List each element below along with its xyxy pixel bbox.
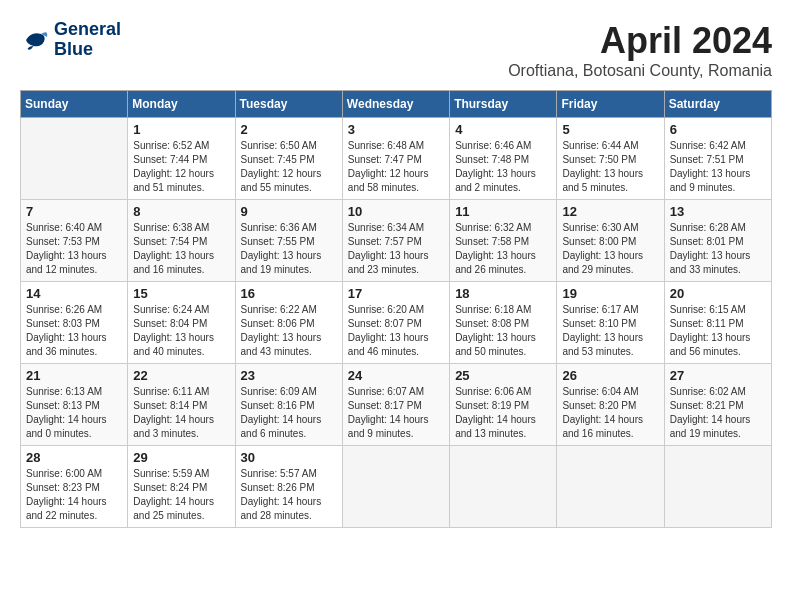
- calendar-cell: 21Sunrise: 6:13 AM Sunset: 8:13 PM Dayli…: [21, 364, 128, 446]
- day-number: 26: [562, 368, 658, 383]
- calendar-cell: 22Sunrise: 6:11 AM Sunset: 8:14 PM Dayli…: [128, 364, 235, 446]
- day-number: 5: [562, 122, 658, 137]
- day-number: 13: [670, 204, 766, 219]
- calendar-table: SundayMondayTuesdayWednesdayThursdayFrid…: [20, 90, 772, 528]
- calendar-cell: [664, 446, 771, 528]
- calendar-cell: [557, 446, 664, 528]
- title-block: April 2024 Oroftiana, Botosani County, R…: [508, 20, 772, 80]
- day-detail: Sunrise: 6:15 AM Sunset: 8:11 PM Dayligh…: [670, 303, 766, 359]
- weekday-header-row: SundayMondayTuesdayWednesdayThursdayFrid…: [21, 91, 772, 118]
- calendar-cell: 10Sunrise: 6:34 AM Sunset: 7:57 PM Dayli…: [342, 200, 449, 282]
- day-number: 2: [241, 122, 337, 137]
- day-number: 22: [133, 368, 229, 383]
- weekday-header-sunday: Sunday: [21, 91, 128, 118]
- day-detail: Sunrise: 6:46 AM Sunset: 7:48 PM Dayligh…: [455, 139, 551, 195]
- day-number: 1: [133, 122, 229, 137]
- day-number: 29: [133, 450, 229, 465]
- weekday-header-monday: Monday: [128, 91, 235, 118]
- day-number: 14: [26, 286, 122, 301]
- day-detail: Sunrise: 6:48 AM Sunset: 7:47 PM Dayligh…: [348, 139, 444, 195]
- calendar-cell: 28Sunrise: 6:00 AM Sunset: 8:23 PM Dayli…: [21, 446, 128, 528]
- logo-text-general: General: [54, 20, 121, 40]
- day-detail: Sunrise: 6:52 AM Sunset: 7:44 PM Dayligh…: [133, 139, 229, 195]
- calendar-cell: 27Sunrise: 6:02 AM Sunset: 8:21 PM Dayli…: [664, 364, 771, 446]
- day-detail: Sunrise: 6:06 AM Sunset: 8:19 PM Dayligh…: [455, 385, 551, 441]
- weekday-header-wednesday: Wednesday: [342, 91, 449, 118]
- calendar-cell: 15Sunrise: 6:24 AM Sunset: 8:04 PM Dayli…: [128, 282, 235, 364]
- calendar-week-row: 14Sunrise: 6:26 AM Sunset: 8:03 PM Dayli…: [21, 282, 772, 364]
- calendar-cell: 20Sunrise: 6:15 AM Sunset: 8:11 PM Dayli…: [664, 282, 771, 364]
- day-detail: Sunrise: 6:30 AM Sunset: 8:00 PM Dayligh…: [562, 221, 658, 277]
- day-detail: Sunrise: 6:22 AM Sunset: 8:06 PM Dayligh…: [241, 303, 337, 359]
- calendar-cell: 24Sunrise: 6:07 AM Sunset: 8:17 PM Dayli…: [342, 364, 449, 446]
- month-title: April 2024: [508, 20, 772, 62]
- calendar-cell: 29Sunrise: 5:59 AM Sunset: 8:24 PM Dayli…: [128, 446, 235, 528]
- day-detail: Sunrise: 6:07 AM Sunset: 8:17 PM Dayligh…: [348, 385, 444, 441]
- calendar-cell: 11Sunrise: 6:32 AM Sunset: 7:58 PM Dayli…: [450, 200, 557, 282]
- calendar-week-row: 7Sunrise: 6:40 AM Sunset: 7:53 PM Daylig…: [21, 200, 772, 282]
- weekday-header-tuesday: Tuesday: [235, 91, 342, 118]
- day-number: 28: [26, 450, 122, 465]
- day-number: 27: [670, 368, 766, 383]
- calendar-cell: 1Sunrise: 6:52 AM Sunset: 7:44 PM Daylig…: [128, 118, 235, 200]
- day-detail: Sunrise: 6:40 AM Sunset: 7:53 PM Dayligh…: [26, 221, 122, 277]
- day-detail: Sunrise: 6:32 AM Sunset: 7:58 PM Dayligh…: [455, 221, 551, 277]
- weekday-header-thursday: Thursday: [450, 91, 557, 118]
- day-detail: Sunrise: 6:04 AM Sunset: 8:20 PM Dayligh…: [562, 385, 658, 441]
- day-detail: Sunrise: 6:34 AM Sunset: 7:57 PM Dayligh…: [348, 221, 444, 277]
- day-detail: Sunrise: 6:26 AM Sunset: 8:03 PM Dayligh…: [26, 303, 122, 359]
- day-number: 24: [348, 368, 444, 383]
- calendar-cell: 17Sunrise: 6:20 AM Sunset: 8:07 PM Dayli…: [342, 282, 449, 364]
- calendar-cell: 7Sunrise: 6:40 AM Sunset: 7:53 PM Daylig…: [21, 200, 128, 282]
- calendar-cell: 4Sunrise: 6:46 AM Sunset: 7:48 PM Daylig…: [450, 118, 557, 200]
- calendar-cell: 13Sunrise: 6:28 AM Sunset: 8:01 PM Dayli…: [664, 200, 771, 282]
- calendar-cell: [21, 118, 128, 200]
- day-number: 10: [348, 204, 444, 219]
- logo: General Blue: [20, 20, 121, 60]
- day-number: 30: [241, 450, 337, 465]
- day-number: 19: [562, 286, 658, 301]
- day-number: 12: [562, 204, 658, 219]
- logo-icon: [20, 25, 50, 55]
- calendar-cell: 18Sunrise: 6:18 AM Sunset: 8:08 PM Dayli…: [450, 282, 557, 364]
- calendar-cell: 26Sunrise: 6:04 AM Sunset: 8:20 PM Dayli…: [557, 364, 664, 446]
- day-number: 20: [670, 286, 766, 301]
- weekday-header-saturday: Saturday: [664, 91, 771, 118]
- day-number: 17: [348, 286, 444, 301]
- day-detail: Sunrise: 6:13 AM Sunset: 8:13 PM Dayligh…: [26, 385, 122, 441]
- weekday-header-friday: Friday: [557, 91, 664, 118]
- day-detail: Sunrise: 6:42 AM Sunset: 7:51 PM Dayligh…: [670, 139, 766, 195]
- calendar-cell: [450, 446, 557, 528]
- calendar-cell: 6Sunrise: 6:42 AM Sunset: 7:51 PM Daylig…: [664, 118, 771, 200]
- day-detail: Sunrise: 6:00 AM Sunset: 8:23 PM Dayligh…: [26, 467, 122, 523]
- day-number: 25: [455, 368, 551, 383]
- day-number: 4: [455, 122, 551, 137]
- calendar-cell: 14Sunrise: 6:26 AM Sunset: 8:03 PM Dayli…: [21, 282, 128, 364]
- day-number: 16: [241, 286, 337, 301]
- day-detail: Sunrise: 6:38 AM Sunset: 7:54 PM Dayligh…: [133, 221, 229, 277]
- calendar-cell: 23Sunrise: 6:09 AM Sunset: 8:16 PM Dayli…: [235, 364, 342, 446]
- day-number: 8: [133, 204, 229, 219]
- day-detail: Sunrise: 5:57 AM Sunset: 8:26 PM Dayligh…: [241, 467, 337, 523]
- calendar-cell: 2Sunrise: 6:50 AM Sunset: 7:45 PM Daylig…: [235, 118, 342, 200]
- day-number: 21: [26, 368, 122, 383]
- day-number: 11: [455, 204, 551, 219]
- day-detail: Sunrise: 6:44 AM Sunset: 7:50 PM Dayligh…: [562, 139, 658, 195]
- calendar-cell: [342, 446, 449, 528]
- day-detail: Sunrise: 6:09 AM Sunset: 8:16 PM Dayligh…: [241, 385, 337, 441]
- calendar-cell: 3Sunrise: 6:48 AM Sunset: 7:47 PM Daylig…: [342, 118, 449, 200]
- location-subtitle: Oroftiana, Botosani County, Romania: [508, 62, 772, 80]
- calendar-cell: 19Sunrise: 6:17 AM Sunset: 8:10 PM Dayli…: [557, 282, 664, 364]
- calendar-cell: 8Sunrise: 6:38 AM Sunset: 7:54 PM Daylig…: [128, 200, 235, 282]
- day-detail: Sunrise: 6:20 AM Sunset: 8:07 PM Dayligh…: [348, 303, 444, 359]
- page-header: General Blue April 2024 Oroftiana, Botos…: [20, 20, 772, 80]
- calendar-cell: 12Sunrise: 6:30 AM Sunset: 8:00 PM Dayli…: [557, 200, 664, 282]
- day-number: 9: [241, 204, 337, 219]
- day-number: 18: [455, 286, 551, 301]
- calendar-cell: 5Sunrise: 6:44 AM Sunset: 7:50 PM Daylig…: [557, 118, 664, 200]
- day-number: 23: [241, 368, 337, 383]
- day-detail: Sunrise: 6:17 AM Sunset: 8:10 PM Dayligh…: [562, 303, 658, 359]
- day-detail: Sunrise: 6:11 AM Sunset: 8:14 PM Dayligh…: [133, 385, 229, 441]
- day-detail: Sunrise: 6:18 AM Sunset: 8:08 PM Dayligh…: [455, 303, 551, 359]
- calendar-cell: 9Sunrise: 6:36 AM Sunset: 7:55 PM Daylig…: [235, 200, 342, 282]
